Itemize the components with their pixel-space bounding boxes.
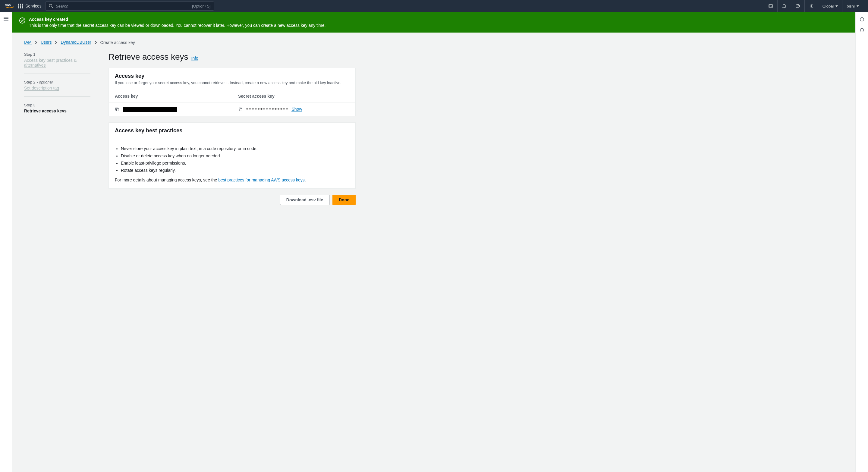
chevron-right-icon [35, 40, 38, 44]
secret-key-value-cell: *************** Show [232, 102, 355, 116]
left-rail [0, 12, 12, 472]
step-3: Step 3 Retrieve access keys [24, 103, 90, 119]
success-alert: Access key created This is the only time… [12, 12, 855, 33]
cloudshell-button[interactable] [764, 0, 777, 12]
settings-button[interactable] [804, 0, 818, 12]
svg-point-12 [862, 18, 862, 19]
copy-icon[interactable] [115, 107, 120, 112]
svg-point-6 [798, 7, 798, 7]
access-key-card-title: Access key [115, 73, 349, 79]
done-button[interactable]: Done [333, 195, 355, 205]
svg-rect-9 [240, 108, 242, 111]
search-bar[interactable]: [Option+S] [45, 1, 214, 10]
best-practice-item: Disable or delete access key when no lon… [121, 153, 349, 158]
top-navigation: aws Services [Option+S] Global bishi [0, 0, 868, 12]
svg-text:aws: aws [5, 3, 10, 7]
best-practice-item: Never store your access key in plain tex… [121, 146, 349, 151]
breadcrumb-iam[interactable]: IAM [24, 40, 32, 45]
access-key-value-cell [109, 102, 232, 116]
access-key-value [123, 107, 177, 112]
breadcrumb-users[interactable]: Users [41, 40, 52, 45]
alert-message: This is the only time that the secret ac… [29, 23, 326, 28]
menu-toggle[interactable] [4, 17, 8, 21]
search-shortcut: [Option+S] [192, 4, 211, 8]
chevron-right-icon [55, 40, 58, 44]
breadcrumb: IAM Users DynamoDBUser Create access key [24, 40, 843, 45]
best-practices-link[interactable]: best practices for managing AWS access k… [218, 178, 305, 182]
action-buttons: Download .csv file Done [108, 195, 355, 205]
search-icon [49, 4, 53, 8]
step-2[interactable]: Step 2 - optional Set description tag [24, 80, 90, 97]
caret-down-icon [857, 5, 859, 7]
info-icon[interactable] [860, 17, 864, 22]
breadcrumb-user[interactable]: DynamoDBUser [61, 40, 91, 45]
shield-icon[interactable] [860, 28, 864, 33]
breadcrumb-current: Create access key [100, 40, 135, 45]
right-rail [855, 12, 868, 472]
svg-point-1 [49, 4, 52, 7]
alert-title: Access key created [29, 17, 326, 22]
svg-rect-3 [769, 4, 772, 8]
nav-right: Global bishi [764, 0, 863, 12]
wizard-steps: Step 1 Access key best practices & alter… [24, 52, 90, 205]
grid-icon [18, 4, 23, 8]
step-2-title: Set description tag [24, 86, 59, 91]
check-circle-icon [19, 18, 25, 24]
best-practices-title: Access key best practices [115, 127, 349, 134]
best-practices-list: Never store your access key in plain tex… [121, 146, 349, 173]
chevron-right-icon [94, 40, 97, 44]
secret-key-masked: *************** [246, 107, 288, 112]
best-practices-card: Access key best practices Never store yo… [108, 122, 355, 189]
services-menu[interactable]: Services [18, 4, 41, 8]
step-3-title: Retrieve access keys [24, 108, 67, 113]
user-label: bishi [846, 4, 855, 8]
services-label: Services [25, 4, 41, 8]
step-1[interactable]: Step 1 Access key best practices & alter… [24, 52, 90, 74]
step-1-num: Step 1 [24, 52, 90, 57]
step-3-num: Step 3 [24, 103, 90, 107]
access-key-card: Access key If you lose or forget your se… [108, 68, 355, 116]
show-secret-link[interactable]: Show [291, 107, 302, 112]
svg-rect-8 [116, 108, 119, 111]
download-csv-button[interactable]: Download .csv file [280, 195, 330, 205]
svg-line-2 [52, 7, 53, 8]
copy-icon[interactable] [238, 107, 243, 112]
access-key-card-desc: If you lose or forget your secret access… [115, 81, 349, 85]
terminal-icon [768, 4, 773, 8]
help-button[interactable] [791, 0, 804, 12]
best-practices-footer: For more details about managing access k… [115, 178, 349, 182]
region-selector[interactable]: Global [818, 0, 842, 12]
secret-key-col-header: Secret access key [232, 90, 355, 102]
access-key-col-header: Access key [109, 90, 232, 102]
bell-icon [782, 4, 786, 8]
step-2-num: Step 2 - optional [24, 80, 90, 84]
help-icon [795, 4, 800, 8]
search-input[interactable] [56, 4, 190, 8]
gear-icon [809, 4, 814, 8]
caret-down-icon [835, 5, 838, 7]
svg-point-7 [811, 5, 812, 7]
aws-logo[interactable]: aws [5, 2, 14, 10]
info-link[interactable]: Info [191, 56, 198, 61]
user-menu[interactable]: bishi [842, 0, 863, 12]
notifications-button[interactable] [777, 0, 791, 12]
best-practice-item: Rotate access keys regularly. [121, 168, 349, 173]
best-practice-item: Enable least-privilege permissions. [121, 161, 349, 165]
region-label: Global [823, 4, 834, 8]
page-title: Retrieve access keys Info [108, 52, 355, 62]
step-1-title: Access key best practices & alternatives [24, 58, 76, 68]
